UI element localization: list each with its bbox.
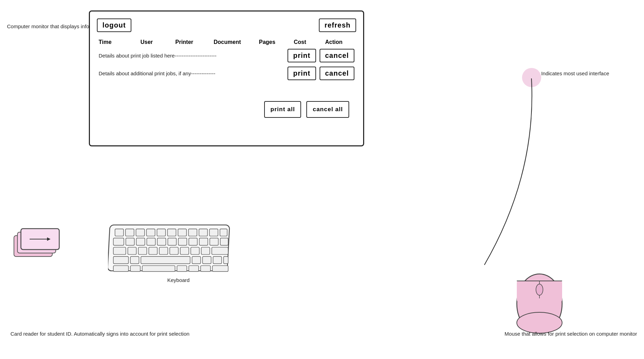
svg-rect-46 — [130, 266, 140, 272]
svg-rect-48 — [177, 266, 187, 272]
svg-rect-24 — [189, 238, 197, 245]
logout-button[interactable]: logout — [97, 18, 131, 32]
row-actions-1: print cancel — [288, 67, 354, 80]
svg-rect-13 — [189, 229, 197, 236]
svg-rect-43 — [213, 257, 221, 264]
monitor-top-bar: logout refresh — [97, 18, 356, 32]
svg-rect-38 — [113, 257, 128, 264]
svg-rect-30 — [138, 247, 147, 254]
svg-rect-26 — [210, 238, 218, 245]
card-reader-icon — [10, 225, 66, 263]
svg-rect-29 — [128, 247, 136, 254]
cancel-button-0[interactable]: cancel — [320, 49, 354, 62]
svg-rect-36 — [201, 247, 210, 254]
svg-rect-44 — [224, 257, 228, 264]
table-row: Details about additional print jobs, if … — [97, 67, 356, 80]
svg-rect-42 — [202, 257, 211, 264]
card-reader-annotation: Card reader for student ID. Automaticall… — [10, 330, 190, 338]
row-actions-0: print cancel — [288, 49, 354, 62]
row-detail-1: Details about additional print jobs, if … — [99, 70, 288, 76]
svg-rect-9 — [146, 229, 155, 236]
svg-rect-34 — [180, 247, 189, 254]
svg-rect-10 — [157, 229, 165, 236]
monitor: logout refresh Time User Printer Documen… — [89, 10, 364, 146]
svg-rect-49 — [189, 266, 199, 272]
svg-rect-18 — [126, 238, 134, 245]
print-button-0[interactable]: print — [288, 49, 316, 62]
svg-rect-51 — [213, 266, 228, 272]
svg-rect-50 — [201, 266, 210, 272]
print-all-button[interactable]: print all — [264, 101, 301, 118]
svg-rect-41 — [192, 257, 200, 264]
svg-rect-6 — [115, 229, 123, 236]
refresh-button[interactable]: refresh — [319, 18, 356, 32]
mouse — [512, 253, 567, 338]
card-reader — [10, 225, 66, 265]
svg-point-56 — [536, 284, 543, 295]
svg-rect-40 — [141, 257, 190, 264]
svg-rect-35 — [191, 247, 199, 254]
keyboard-annotation: Keyboard — [167, 276, 190, 284]
svg-rect-15 — [209, 229, 218, 236]
row-detail-0: Details about print job listed here-----… — [99, 53, 288, 59]
svg-rect-27 — [220, 238, 228, 245]
svg-rect-47 — [142, 266, 175, 272]
svg-rect-32 — [159, 247, 168, 254]
col-time: Time — [99, 39, 140, 45]
svg-rect-28 — [113, 247, 126, 254]
svg-rect-20 — [147, 238, 155, 245]
indicator-annotation: Indicates most used interface — [541, 70, 609, 78]
svg-rect-37 — [212, 247, 228, 254]
print-button-1[interactable]: print — [288, 67, 316, 80]
svg-rect-12 — [178, 229, 186, 236]
svg-rect-23 — [178, 238, 187, 245]
col-printer: Printer — [175, 39, 214, 45]
svg-rect-45 — [113, 266, 128, 272]
svg-rect-21 — [157, 238, 166, 245]
svg-rect-16 — [220, 229, 227, 236]
svg-rect-17 — [113, 238, 124, 245]
table-header: Time User Printer Document Pages Cost Ac… — [97, 39, 356, 45]
svg-rect-31 — [149, 247, 157, 254]
svg-rect-14 — [199, 229, 207, 236]
col-user: User — [140, 39, 175, 45]
svg-rect-39 — [130, 257, 139, 264]
cancel-all-button[interactable]: cancel all — [306, 101, 349, 118]
cancel-button-1[interactable]: cancel — [320, 67, 354, 80]
svg-rect-25 — [199, 238, 208, 245]
svg-rect-33 — [170, 247, 178, 254]
svg-rect-8 — [136, 229, 144, 236]
col-document: Document — [214, 39, 259, 45]
monitor-footer: print all cancel all — [97, 101, 356, 118]
col-action: Action — [325, 39, 354, 45]
keyboard — [108, 222, 233, 279]
col-cost: Cost — [294, 39, 325, 45]
mouse-annotation: Mouse that allows for print selection on… — [505, 330, 637, 338]
keyboard-icon — [108, 222, 233, 277]
svg-rect-11 — [168, 229, 176, 236]
col-pages: Pages — [259, 39, 294, 45]
svg-rect-22 — [168, 238, 176, 245]
table-row: Details about print job listed here-----… — [97, 49, 356, 62]
svg-rect-19 — [136, 238, 145, 245]
indicator-circle — [522, 68, 541, 87]
svg-rect-7 — [125, 229, 134, 236]
mouse-icon — [512, 253, 567, 337]
